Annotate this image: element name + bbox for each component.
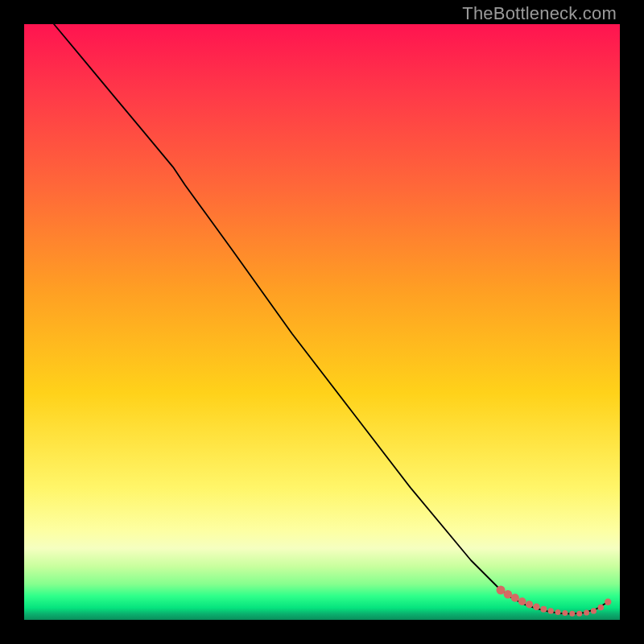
highlight-marker (591, 608, 597, 613)
chart-frame: TheBottleneck.com (0, 0, 644, 644)
chart-overlay-svg (24, 24, 620, 620)
highlight-marker (584, 610, 589, 616)
highlight-marker (555, 609, 561, 615)
highlight-marker (504, 590, 513, 599)
highlight-marker (548, 608, 554, 613)
highlight-marker (576, 611, 582, 617)
bottleneck-curve-path (54, 24, 608, 614)
highlight-marker (605, 599, 611, 605)
highlight-marker (562, 610, 568, 616)
highlight-marker (533, 603, 540, 610)
watermark-text: TheBottleneck.com (462, 3, 617, 24)
highlight-marker (598, 605, 605, 611)
highlight-marker (511, 594, 519, 602)
highlight-marker (540, 606, 547, 613)
highlight-marker (526, 601, 533, 608)
highlight-marker (518, 597, 526, 605)
highlight-marker (569, 611, 575, 617)
